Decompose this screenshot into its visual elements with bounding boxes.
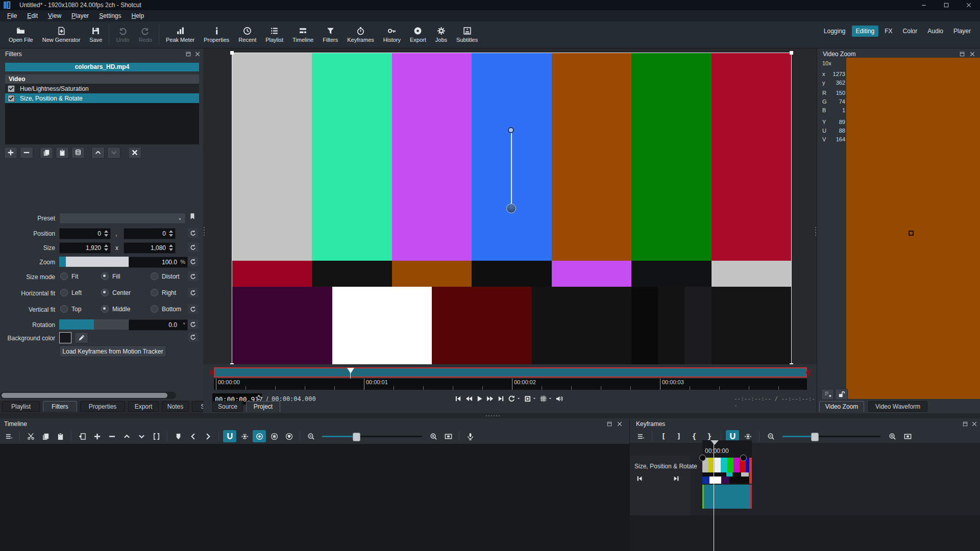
vertical-fit-bottom-radio[interactable]: Bottom <box>151 305 181 313</box>
paste-filters-button[interactable] <box>56 147 69 159</box>
next-marker-button[interactable] <box>201 430 214 442</box>
reset-icon[interactable] <box>188 332 199 342</box>
in-point-marker[interactable] <box>210 368 214 377</box>
menu-edit[interactable]: Edit <box>22 10 43 21</box>
filter-list-item[interactable]: Hue/Lightness/Saturation <box>5 84 199 93</box>
spin-arrows[interactable] <box>103 243 109 252</box>
save-preset-icon[interactable] <box>189 213 196 220</box>
skip-to-start-button[interactable] <box>454 395 462 403</box>
spin-arrows[interactable] <box>167 243 174 252</box>
volume-button[interactable] <box>555 395 563 403</box>
close-panel-icon[interactable] <box>969 51 975 57</box>
horizontal-fit-left-radio[interactable]: Left <box>60 289 82 296</box>
timeline-tracks-area[interactable] <box>0 444 629 551</box>
next-keyframe-button[interactable] <box>673 475 680 482</box>
skip-to-end-button[interactable] <box>497 395 505 403</box>
keyframes-playhead-marker[interactable] <box>710 440 719 445</box>
toolbar-save-button[interactable]: Save <box>85 21 107 48</box>
remove-filter-button[interactable] <box>20 147 33 159</box>
record-audio-button[interactable] <box>463 430 477 442</box>
toolbar-timeline-button[interactable]: Timeline <box>288 21 318 48</box>
tab-playlist[interactable]: Playlist <box>2 401 40 412</box>
lock-zoom-button[interactable] <box>835 389 848 400</box>
layout-player-button[interactable]: Player <box>949 26 975 37</box>
toolbar-export-button[interactable]: Export <box>405 21 431 48</box>
tab-export[interactable]: Export <box>128 401 159 412</box>
tab-notes[interactable]: Notes <box>162 401 189 412</box>
keyframes-zoom-fit-button[interactable] <box>901 430 914 442</box>
menu-file[interactable]: File <box>2 10 22 21</box>
zoom-slider-handle[interactable] <box>59 257 66 267</box>
spin-arrows[interactable] <box>167 229 174 238</box>
float-panel-icon[interactable] <box>962 421 968 427</box>
vertical-splitter[interactable] <box>815 227 816 236</box>
fast-forward-button[interactable] <box>486 395 494 403</box>
keyframes-menu-button[interactable] <box>634 430 647 442</box>
menu-view[interactable]: View <box>43 10 66 21</box>
tab-video-zoom[interactable]: Video Zoom <box>819 401 864 412</box>
zoom-slider[interactable] <box>59 257 129 267</box>
close-panel-icon[interactable] <box>617 421 623 427</box>
position-x-spinner[interactable]: 0 <box>59 228 111 239</box>
filters-hscrollbar[interactable] <box>0 392 176 399</box>
tab-project[interactable]: Project <box>246 401 280 412</box>
tab-source[interactable]: Source <box>212 401 243 412</box>
maximize-button[interactable] <box>935 0 958 10</box>
timeline-zoom-out-button[interactable] <box>304 430 317 442</box>
toolbar-subtitles-button[interactable]: Subtitles <box>452 21 482 48</box>
spin-arrows[interactable] <box>103 229 109 238</box>
toolbar-peak-meter-button[interactable]: Peak Meter <box>161 21 199 48</box>
float-panel-icon[interactable] <box>959 51 965 57</box>
toolbar-keyframes-button[interactable]: Keyframes <box>342 21 379 48</box>
append-button[interactable] <box>76 430 89 442</box>
layout-color-button[interactable]: Color <box>899 26 922 37</box>
player-scrub-bar[interactable] <box>214 367 807 378</box>
minimize-button[interactable] <box>913 0 935 10</box>
close-panel-icon[interactable] <box>971 421 977 427</box>
overwrite-button[interactable] <box>135 430 148 442</box>
paste-button[interactable] <box>54 430 67 442</box>
play-button[interactable] <box>476 395 483 403</box>
copy-button[interactable] <box>39 430 52 442</box>
toolbar-new-generator-button[interactable]: New Generator <box>38 21 85 48</box>
vertical-fit-top-radio[interactable]: Top <box>60 305 81 313</box>
set-filter-start-button[interactable]: [ <box>657 430 670 442</box>
toolbar-jobs-button[interactable]: Jobs <box>431 21 452 48</box>
toolbar-redo-button[interactable]: Redo <box>134 21 157 48</box>
toolbar-history-button[interactable]: History <box>379 21 405 48</box>
layout-editing-button[interactable]: Editing <box>852 26 879 37</box>
rotation-slider-fill[interactable] <box>59 319 94 330</box>
spr-center-handle[interactable] <box>506 204 516 213</box>
eyedropper-icon[interactable] <box>75 332 88 343</box>
load-keyframes-motion-tracker-button[interactable]: Load Keyframes from Motion Tracker <box>59 345 166 357</box>
append-clip-button[interactable] <box>90 430 104 442</box>
previous-marker-button[interactable] <box>186 430 200 442</box>
reset-icon[interactable] <box>188 257 199 266</box>
layout-fx-button[interactable]: FX <box>880 26 896 37</box>
snap-toggle[interactable] <box>223 430 236 442</box>
timeline-zoom-in-button[interactable] <box>427 430 440 442</box>
toolbar-open-file-button[interactable]: Open File <box>4 21 38 48</box>
pick-color-grid-button[interactable] <box>821 389 834 400</box>
filter-enabled-checkbox[interactable] <box>8 95 15 102</box>
tab-filters[interactable]: Filters <box>43 401 77 412</box>
toolbar-undo-button[interactable]: Undo <box>111 21 134 48</box>
size-mode-distort-radio[interactable]: Distort <box>151 272 180 280</box>
size-mode-fit-radio[interactable]: Fit <box>60 272 78 280</box>
move-filter-up-button[interactable] <box>91 147 105 159</box>
grid-button[interactable] <box>540 395 552 403</box>
keyframes-clip-thumbnail[interactable] <box>702 458 752 484</box>
toolbar-playlist-button[interactable]: Playlist <box>261 21 288 48</box>
timeline-zoom-fit-button[interactable] <box>442 430 455 442</box>
close-window-button[interactable] <box>958 0 980 10</box>
timeline-menu-button[interactable] <box>2 430 15 442</box>
position-y-spinner[interactable]: 0 <box>124 228 176 239</box>
loop-button[interactable] <box>508 395 521 403</box>
horizontal-fit-center-radio[interactable]: Center <box>101 289 131 296</box>
ripple-markers-toggle[interactable] <box>282 430 296 442</box>
menu-help[interactable]: Help <box>127 10 150 21</box>
ripple-all-tracks-toggle[interactable] <box>267 430 281 442</box>
filter-target-clip[interactable]: colorbars_HD.mp4 <box>5 63 199 71</box>
player-zoom-button[interactable] <box>524 395 536 403</box>
background-color-swatch[interactable] <box>59 332 71 343</box>
